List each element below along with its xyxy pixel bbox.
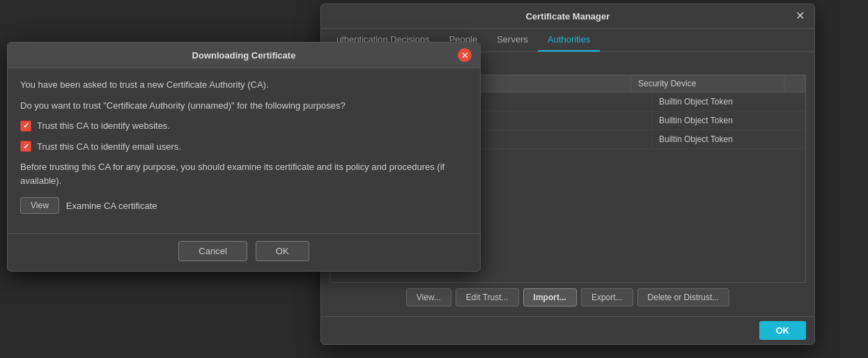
cert-actions: View... Edit Trust... Import... Export..… (330, 283, 806, 309)
trust-websites-label: Trust this CA to identify websites. (37, 119, 170, 133)
delete-distrust-button[interactable]: Delete or Distrust... (637, 288, 730, 306)
cert-device-cell: Builtin Object Token (652, 93, 805, 111)
trust-email-item: Trust this CA to identify email users. (20, 140, 467, 154)
trust-email-checkbox[interactable] (20, 141, 31, 152)
policy-text: Before trusting this CA for any purpose,… (20, 160, 467, 187)
view-examine-row: View Examine CA certificate (20, 197, 467, 214)
tab-authorities[interactable]: Authorities (538, 29, 600, 52)
trust-websites-item: Trust this CA to identify websites. (20, 119, 467, 133)
cert-manager-ok-button[interactable]: OK (759, 321, 807, 340)
col-actions (784, 75, 805, 92)
trust-websites-checkbox[interactable] (20, 120, 31, 132)
cert-manager-title: Certificate Manager (342, 11, 793, 22)
export-button[interactable]: Export... (581, 288, 633, 306)
download-dialog-title: Downloading Certificate (30, 50, 458, 61)
download-body: You have been asked to trust a new Certi… (8, 68, 480, 233)
download-close-button[interactable]: ✕ (458, 48, 472, 62)
download-question-text: Do you want to trust "Certificate Author… (20, 99, 467, 113)
download-cancel-button[interactable]: Cancel (178, 241, 247, 261)
trust-email-label: Trust this CA to identify email users. (37, 140, 181, 154)
cert-device-cell: Builtin Object Token (652, 111, 805, 130)
cert-manager-titlebar: Certificate Manager ✕ (321, 4, 814, 29)
view-cert-button[interactable]: View (20, 197, 59, 214)
download-titlebar: Downloading Certificate ✕ (8, 42, 480, 68)
col-security-device: Security Device (631, 75, 784, 92)
cert-device-cell: Builtin Object Token (652, 130, 805, 148)
cert-manager-close-button[interactable]: ✕ (793, 10, 806, 22)
download-intro-text: You have been asked to trust a new Certi… (20, 78, 467, 92)
examine-label: Examine CA certificate (66, 201, 157, 211)
cert-manager-footer: OK (321, 316, 814, 344)
tab-servers[interactable]: Servers (487, 29, 538, 52)
download-ok-button[interactable]: OK (256, 241, 309, 261)
download-dialog: Downloading Certificate ✕ You have been … (7, 42, 481, 272)
view-button[interactable]: View... (406, 288, 451, 306)
import-button[interactable]: Import... (523, 288, 577, 306)
edit-trust-button[interactable]: Edit Trust... (456, 288, 519, 306)
download-footer: Cancel OK (8, 233, 480, 271)
